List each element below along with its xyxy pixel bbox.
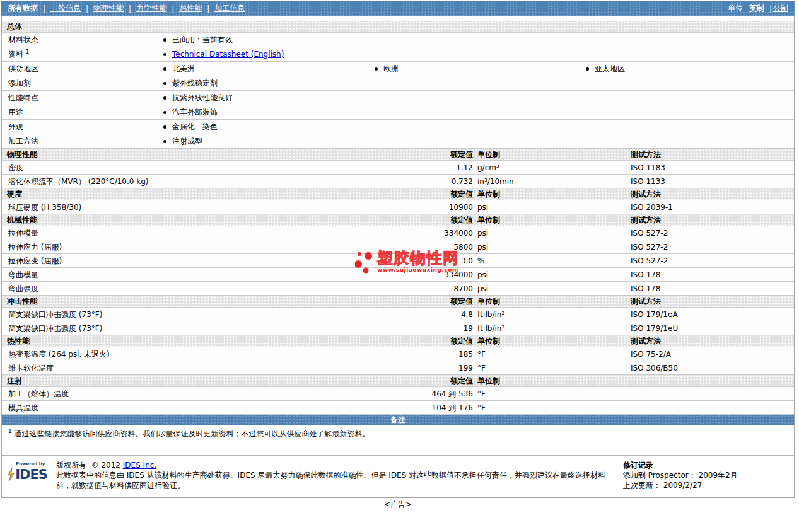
nav-separator: |	[129, 4, 131, 13]
footnote-marker: 1	[26, 49, 30, 55]
property-unit: psi	[473, 200, 631, 214]
column-header-unit-system: 单位制	[473, 214, 631, 226]
section-header-thermal: 热性能 额定值 单位制 测试方法	[2, 335, 794, 347]
section-title: 硬度	[2, 188, 400, 200]
nav-link-thermal-properties[interactable]: 热性能	[179, 3, 202, 14]
column-header-rated-value: 额定值	[400, 214, 473, 226]
property-name: 添加剂	[2, 76, 158, 90]
column-header-unit-system: 单位制	[473, 375, 631, 386]
test-method: ISO 179/1eA	[631, 308, 794, 321]
property-unit: ft·lb/in²	[473, 308, 631, 321]
property-value: 北美洲	[172, 62, 195, 76]
table-row: 材料状态 已商用：当前有效	[2, 33, 794, 47]
property-unit: °F	[473, 347, 631, 361]
test-method: ISO 527-2	[631, 226, 794, 240]
nav-item-all-data: 所有数据	[8, 3, 38, 14]
property-name: 热变形温度 (264 psi, 未退火)	[2, 347, 399, 361]
test-method: ISO 1133	[631, 175, 794, 188]
disclaimer-text: 此数据表中的信息由 IDES 从该材料的生产商处获得。IDES 尽最大努力确保此…	[56, 471, 605, 490]
section-title: 物理性能	[2, 149, 400, 160]
table-row: 拉伸应力 (屈服) 5800 psi ISO 527-2	[2, 240, 794, 254]
property-name: 简支梁缺口冲击强度 (73°F)	[2, 321, 399, 335]
section-header-mechanical: 机械性能 额定值 单位制 测试方法	[2, 214, 794, 226]
unit-metric-link[interactable]: 公制	[773, 3, 788, 14]
property-name: 拉伸应力 (屈服)	[2, 240, 399, 253]
section-header-hardness: 硬度 额定值 单位制 测试方法	[2, 188, 794, 200]
property-value: 注射成型	[172, 134, 202, 149]
column-header-rated-value: 额定值	[400, 296, 473, 307]
bullet-icon	[163, 67, 166, 71]
unit-separator: |	[769, 4, 772, 13]
bullet-icon	[163, 82, 166, 85]
column-header-test-method: 测试方法	[631, 335, 794, 347]
property-name: 模具温度	[2, 401, 399, 414]
column-header-unit-system: 单位制	[473, 335, 631, 347]
nav-link-processing-info[interactable]: 加工信息	[214, 3, 245, 14]
property-value: 5800	[399, 240, 473, 253]
bullet-icon	[586, 67, 589, 71]
test-method: ISO 178	[631, 268, 794, 281]
table-row: 性能特点 抗紫外线性能良好	[2, 91, 794, 105]
property-unit: psi	[473, 268, 631, 281]
nav-link-mechanical-properties[interactable]: 力学性能	[136, 3, 166, 14]
nav-link-physical-properties[interactable]: 物理性能	[93, 3, 124, 14]
property-name: 供货地区	[2, 62, 158, 76]
property-value: 10900	[399, 200, 473, 214]
section-header-injection: 注射 额定值 单位制	[2, 375, 794, 387]
column-header-unit-system: 单位制	[473, 296, 631, 307]
footnote-text: 通过这些链接您能够访问供应商资料。我们尽量保证及时更新资料；不过您可以从供应商处…	[15, 429, 370, 438]
property-name: 外观	[2, 120, 158, 134]
table-row: 用途 汽车外部装饰	[2, 105, 794, 120]
ides-logo: Powered by IDES	[7, 460, 47, 491]
column-header-unit-system: 单位制	[473, 188, 631, 200]
column-header-test-method: 测试方法	[631, 296, 794, 307]
property-unit: psi	[473, 226, 631, 240]
column-header-test-method: 测试方法	[631, 214, 794, 226]
top-navbar: 所有数据 | 一般信息 | 物理性能 | 力学性能 | 热性能 | 加工信息 单…	[1, 1, 795, 16]
footer-copyright-block: 版权所有 © 2012 IDES Inc. 此数据表中的信息由 IDES 从该材…	[56, 460, 611, 491]
nav-link-general-info[interactable]: 一般信息	[50, 3, 81, 14]
table-row: 供货地区 北美洲 欧洲 亚太地区	[2, 62, 794, 76]
ides-inc-link[interactable]: IDES Inc.	[123, 461, 156, 470]
property-name: 加工（熔体）温度	[2, 387, 399, 400]
test-method: ISO 179/1eU	[631, 321, 794, 335]
copyright-year: © 2012	[91, 461, 120, 470]
nav-separator: |	[43, 4, 45, 13]
footnote: 1 通过这些链接您能够访问供应商资料。我们尽量保证及时更新资料；不过您可以从供应…	[2, 425, 794, 456]
column-header-rated-value: 额定值	[400, 149, 473, 160]
property-unit: °F	[473, 361, 631, 374]
column-header-unit-system: 单位制	[473, 149, 631, 160]
unit-english-active: 英制	[749, 3, 764, 14]
bullet-icon	[375, 67, 378, 71]
property-value: 欧洲	[383, 62, 399, 76]
notes-header-bar: 备注	[2, 415, 794, 425]
table-row: 密度 1.12 g/cm³ ISO 1183	[2, 161, 794, 175]
property-name: 密度	[2, 161, 399, 174]
bullet-icon	[163, 111, 166, 114]
column-header-empty	[631, 375, 794, 386]
revision-record: 修订记录 添加到 Prospector： 2009年2月 上次更新： 2009/…	[623, 460, 738, 490]
spacer	[2, 16, 794, 21]
powered-by-label: Powered by	[7, 461, 47, 466]
footer: Powered by IDES 版权所有 © 2012 IDES Inc. 此数…	[2, 456, 794, 497]
technical-datasheet-link[interactable]: Technical Datasheet (English)	[172, 47, 284, 62]
section-title: 热性能	[2, 335, 400, 347]
property-name: 拉伸应变 (屈服)	[2, 254, 399, 267]
section-title: 注射	[2, 375, 400, 386]
test-method: ISO 1183	[631, 161, 794, 174]
unit-label: 单位	[728, 3, 743, 14]
property-value: 3.0	[399, 254, 473, 267]
property-name: 弯曲强度	[2, 282, 399, 295]
property-unit: g/cm³	[473, 161, 631, 174]
property-name: 球压硬度 (H 358/30)	[2, 200, 399, 214]
nav-separator: |	[86, 4, 88, 13]
section-title: 总体	[2, 21, 400, 32]
property-unit: psi	[473, 240, 631, 253]
table-row: 拉伸应变 (屈服) 3.0 % ISO 527-2	[2, 254, 794, 268]
property-unit: psi	[473, 282, 631, 295]
ides-brand-text: IDES	[15, 467, 47, 482]
datasheet-page: 所有数据 | 一般信息 | 物理性能 | 力学性能 | 热性能 | 加工信息 单…	[1, 1, 795, 511]
property-value: 亚太地区	[595, 62, 625, 76]
section-header-impact: 冲击性能 额定值 单位制 测试方法	[2, 296, 794, 308]
table-row: 资料 1 Technical Datasheet (English)	[2, 47, 794, 62]
